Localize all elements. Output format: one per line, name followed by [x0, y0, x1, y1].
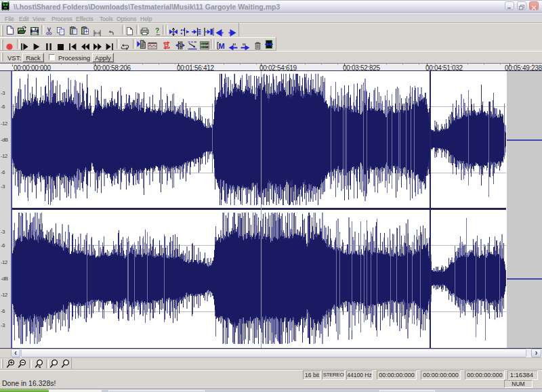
svg-text:M: M [218, 42, 224, 49]
svg-text:?: ? [155, 27, 159, 35]
